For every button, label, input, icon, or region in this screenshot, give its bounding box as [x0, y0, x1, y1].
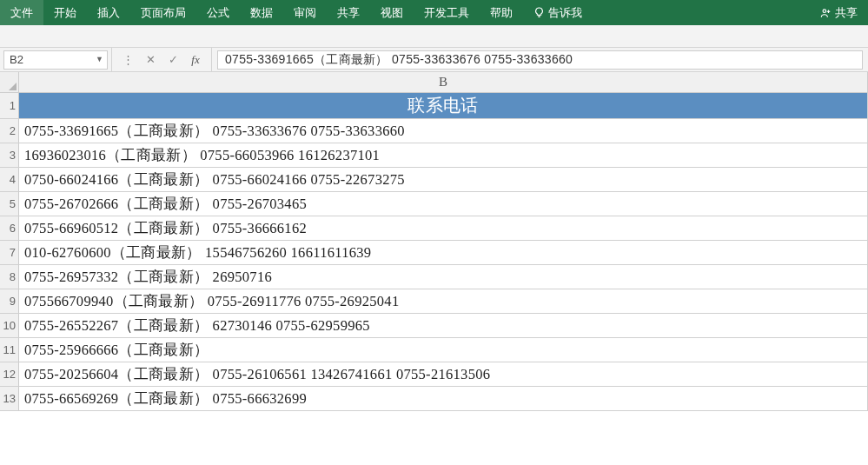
tab-page-layout[interactable]: 页面布局 [130, 0, 196, 25]
cell[interactable]: 0755-25966666（工商最新） [19, 338, 868, 362]
cell[interactable]: 0755-66960512（工商最新） 0755-36666162 [19, 216, 868, 240]
header-cell[interactable]: 联系电话 [19, 93, 868, 118]
name-box-value: B2 [10, 53, 23, 66]
table-row: 9 075566709940（工商最新） 0755-26911776 0755-… [0, 289, 868, 314]
table-row: 6 0755-66960512（工商最新） 0755-36666162 [0, 216, 868, 241]
cell[interactable]: 0755-33691665（工商最新） 0755-33633676 0755-3… [19, 119, 868, 143]
ribbon: 文件 开始 插入 页面布局 公式 数据 审阅 共享 视图 开发工具 帮助 告诉我… [0, 0, 868, 25]
table-row: 12 0755-20256604（工商最新） 0755-26106561 134… [0, 362, 868, 387]
tab-file[interactable]: 文件 [0, 0, 43, 25]
cell[interactable]: 0755-26552267（工商最新） 62730146 0755-629599… [19, 314, 868, 337]
share-person-icon [819, 7, 832, 19]
table-row: 2 0755-33691665（工商最新） 0755-33633676 0755… [0, 119, 868, 143]
tab-view[interactable]: 视图 [370, 0, 414, 25]
share-button[interactable]: 共享 [809, 0, 868, 25]
cell[interactable]: 075566709940（工商最新） 0755-26911776 0755-26… [19, 289, 868, 313]
fx-icon[interactable]: fx [185, 50, 206, 70]
cell[interactable]: 0755-26702666（工商最新） 0755-26703465 [19, 192, 868, 216]
row-header[interactable]: 2 [0, 119, 19, 143]
column-header-b[interactable]: B [19, 72, 868, 92]
cell[interactable]: 0750-66024166（工商最新） 0755-66024166 0755-2… [19, 168, 868, 191]
row-header[interactable]: 1 [0, 93, 19, 118]
tab-developer[interactable]: 开发工具 [414, 0, 480, 25]
chevron-down-icon: ▼ [96, 55, 103, 63]
lightbulb-icon [533, 7, 545, 18]
row-header[interactable]: 8 [0, 265, 19, 289]
tab-data[interactable]: 数据 [240, 0, 283, 25]
tab-formulas[interactable]: 公式 [196, 0, 240, 25]
cell[interactable]: 0755-20256604（工商最新） 0755-26106561 134267… [19, 362, 868, 386]
name-box[interactable]: B2 ▼ [3, 50, 108, 70]
cell[interactable]: 0755-66569269（工商最新） 0755-66632699 [19, 387, 868, 410]
row-header[interactable]: 6 [0, 216, 19, 240]
table-row: 8 0755-26957332（工商最新） 26950716 [0, 265, 868, 289]
svg-point-0 [823, 9, 826, 11]
cancel-x-icon[interactable]: ✕ [140, 50, 161, 70]
table-row: 3 16936023016（工商最新） 0755-66053966 161262… [0, 143, 868, 168]
tab-help[interactable]: 帮助 [480, 0, 523, 25]
formula-input[interactable]: 0755-33691665（工商最新） 0755-33633676 0755-3… [217, 50, 863, 70]
table-row: 11 0755-25966666（工商最新） [0, 338, 868, 362]
row-header[interactable]: 13 [0, 387, 19, 410]
cell[interactable]: 010-62760600（工商最新） 15546756260 166116116… [19, 241, 868, 264]
tell-me-label: 告诉我 [548, 5, 582, 21]
formula-bar: B2 ▼ ⋮ ✕ ✓ fx 0755-33691665（工商最新） 0755-3… [0, 48, 868, 72]
row-header[interactable]: 3 [0, 143, 19, 167]
table-row: 1 联系电话 [0, 93, 868, 119]
row-header[interactable]: 7 [0, 241, 19, 264]
table-row: 5 0755-26702666（工商最新） 0755-26703465 [0, 192, 868, 216]
tab-review[interactable]: 审阅 [283, 0, 327, 25]
formula-value: 0755-33691665（工商最新） 0755-33633676 0755-3… [225, 52, 573, 68]
row-header[interactable]: 12 [0, 362, 19, 386]
row-header[interactable]: 11 [0, 338, 19, 362]
dots-icon[interactable]: ⋮ [117, 50, 138, 70]
table-row: 13 0755-66569269（工商最新） 0755-66632699 [0, 387, 868, 411]
table-row: 4 0750-66024166（工商最新） 0755-66024166 0755… [0, 168, 868, 192]
table-row: 7 010-62760600（工商最新） 15546756260 1661161… [0, 241, 868, 265]
row-header[interactable]: 5 [0, 192, 19, 216]
row-header[interactable]: 10 [0, 314, 19, 337]
table-row: 10 0755-26552267（工商最新） 62730146 0755-629… [0, 314, 868, 338]
row-header[interactable]: 4 [0, 168, 19, 191]
tell-me[interactable]: 告诉我 [523, 0, 593, 25]
column-header-row: B [0, 72, 868, 93]
share-label: 共享 [835, 5, 858, 21]
row-header[interactable]: 9 [0, 289, 19, 313]
tab-share-menu[interactable]: 共享 [327, 0, 370, 25]
tab-insert[interactable]: 插入 [87, 0, 130, 25]
select-all-corner[interactable] [0, 72, 19, 92]
formula-bar-buttons: ⋮ ✕ ✓ fx [111, 48, 212, 71]
spreadsheet-grid[interactable]: B 1 联系电话 2 0755-33691665（工商最新） 0755-3363… [0, 72, 868, 411]
confirm-check-icon[interactable]: ✓ [162, 50, 183, 70]
cell[interactable]: 16936023016（工商最新） 0755-66053966 16126237… [19, 143, 868, 167]
tab-home[interactable]: 开始 [43, 0, 87, 25]
cell[interactable]: 0755-26957332（工商最新） 26950716 [19, 265, 868, 289]
